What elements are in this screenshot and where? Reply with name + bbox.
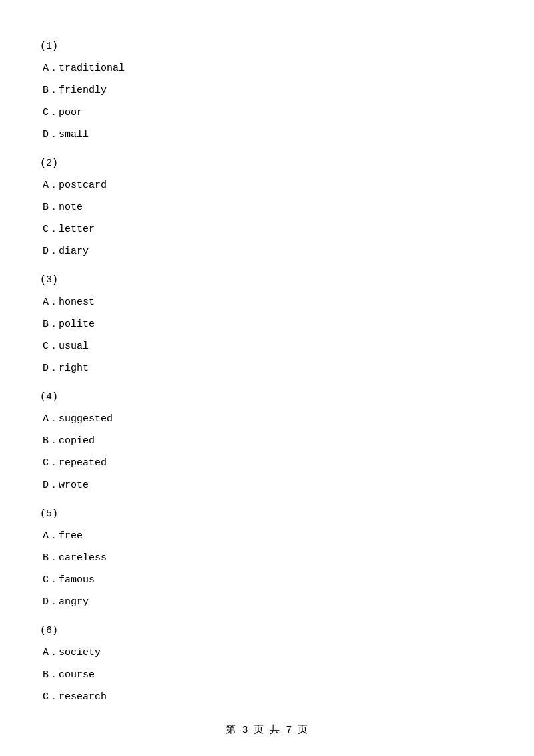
- question-5-option-3: C．famous: [40, 571, 494, 589]
- question-5-option-1: A．free: [40, 527, 494, 545]
- question-3-option-3: C．usual: [40, 337, 494, 355]
- question-1-option-3: C．poor: [40, 104, 494, 122]
- question-1-option-2: B．friendly: [40, 81, 494, 100]
- question-4-option-4: D．wrote: [40, 476, 494, 494]
- page-content: (1)A．traditionalB．friendlyC．poorD．small(…: [0, 0, 534, 750]
- page-footer: 第 3 页 共 7 页: [0, 723, 534, 736]
- question-6-option-1: A．society: [40, 644, 494, 662]
- question-5-option-4: D．angry: [40, 593, 494, 611]
- question-number-3: (3): [40, 271, 494, 289]
- question-6-option-3: C．research: [40, 688, 494, 706]
- question-4-option-2: B．copied: [40, 432, 494, 450]
- question-number-2: (2): [40, 154, 494, 172]
- footer-text: 第 3 页 共 7 页: [226, 725, 308, 736]
- question-3-option-1: A．honest: [40, 293, 494, 311]
- question-number-4: (4): [40, 388, 494, 406]
- question-number-6: (6): [40, 622, 494, 640]
- question-2-option-3: C．letter: [40, 220, 494, 238]
- question-1-option-4: D．small: [40, 126, 494, 144]
- question-2-option-2: B．note: [40, 198, 494, 216]
- question-6-option-2: B．course: [40, 666, 494, 684]
- question-3-option-4: D．right: [40, 359, 494, 377]
- question-4-option-1: A．suggested: [40, 410, 494, 428]
- question-2-option-4: D．diary: [40, 242, 494, 260]
- question-1-option-1: A．traditional: [40, 59, 494, 77]
- question-2-option-1: A．postcard: [40, 176, 494, 194]
- question-number-1: (1): [40, 37, 494, 55]
- question-5-option-2: B．careless: [40, 549, 494, 567]
- question-3-option-2: B．polite: [40, 315, 494, 333]
- question-number-5: (5): [40, 505, 494, 523]
- question-4-option-3: C．repeated: [40, 454, 494, 472]
